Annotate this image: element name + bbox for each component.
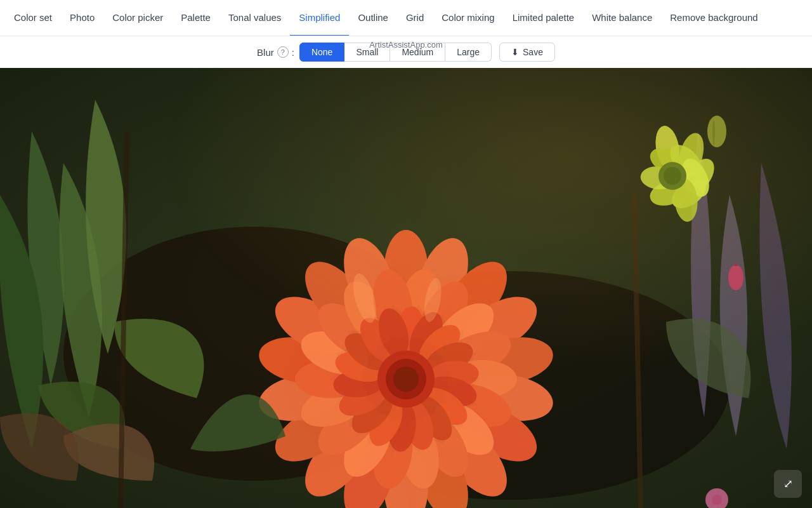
save-icon: ⬇ (511, 47, 519, 57)
nav-item-white-balance[interactable]: White balance (583, 0, 661, 36)
nav-item-tonal-values[interactable]: Tonal values (219, 0, 290, 36)
nav-item-photo[interactable]: Photo (61, 0, 103, 36)
top-navigation: Color setPhotoColor pickerPaletteTonal v… (0, 0, 812, 36)
nav-item-simplified[interactable]: Simplified (290, 0, 349, 36)
blur-help-icon[interactable]: ? (277, 46, 289, 58)
flower-image (0, 68, 812, 508)
save-label: Save (523, 47, 543, 57)
nav-item-limited-palette[interactable]: Limited palette (504, 0, 584, 36)
nav-item-outline[interactable]: Outline (349, 0, 397, 36)
svg-rect-81 (0, 68, 812, 508)
nav-item-grid[interactable]: Grid (397, 0, 433, 36)
blur-btn-none[interactable]: None (299, 43, 344, 62)
nav-item-color-picker[interactable]: Color picker (103, 0, 172, 36)
blur-label: Blur ? : (257, 46, 294, 58)
collapse-icon: ⤢ (783, 477, 793, 491)
blur-btn-large[interactable]: Large (445, 43, 492, 62)
toolbar: ArtistAssistApp.com Blur ? : NoneSmallMe… (0, 36, 812, 68)
site-label: ArtistAssistApp.com (369, 40, 443, 50)
nav-item-color-set[interactable]: Color set (5, 0, 61, 36)
nav-item-color-mixing[interactable]: Color mixing (433, 0, 503, 36)
image-area: ⤢ (0, 68, 812, 508)
nav-item-remove-background[interactable]: Remove background (661, 0, 766, 36)
collapse-button[interactable]: ⤢ (774, 470, 802, 498)
save-button[interactable]: ⬇ Save (499, 43, 555, 62)
nav-item-palette[interactable]: Palette (172, 0, 219, 36)
